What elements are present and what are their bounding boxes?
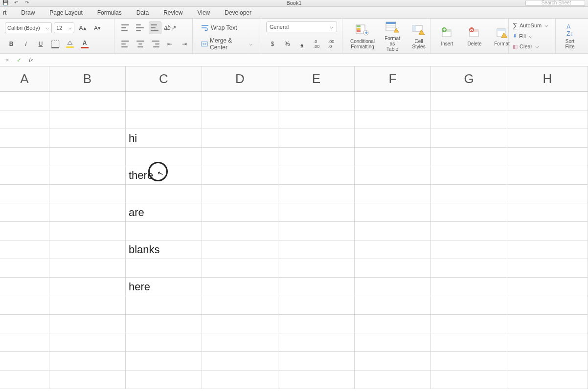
cell-A4[interactable] <box>0 148 49 166</box>
cell-C3[interactable]: hi <box>126 129 202 147</box>
comma-icon[interactable]: ❟ <box>295 38 308 50</box>
cell-F7[interactable] <box>355 203 431 221</box>
cell-A10[interactable] <box>0 259 49 277</box>
cell-D16[interactable] <box>202 370 278 389</box>
cell-C8[interactable] <box>126 222 202 240</box>
cell-E3[interactable] <box>278 129 355 147</box>
cell-F11[interactable] <box>355 278 431 296</box>
cell-B14[interactable] <box>49 333 126 351</box>
cell-B16[interactable] <box>49 370 126 389</box>
cell-D12[interactable] <box>202 296 278 314</box>
cell-D15[interactable] <box>202 352 278 370</box>
cell-B4[interactable] <box>49 148 126 166</box>
cell-A9[interactable] <box>0 240 49 259</box>
cell-D6[interactable] <box>202 185 278 203</box>
cell-B12[interactable] <box>49 296 126 314</box>
cell-E9[interactable] <box>278 240 355 259</box>
fill-color-button[interactable] <box>64 38 76 50</box>
number-format-select[interactable]: General <box>266 22 337 32</box>
border-button[interactable] <box>49 38 62 50</box>
tab-formulas[interactable]: Formulas <box>92 7 127 19</box>
cell-F2[interactable] <box>355 110 431 129</box>
fx-icon[interactable]: fx <box>27 57 34 64</box>
search-sheet-input[interactable]: Search Sheet <box>525 0 585 6</box>
cell-B6[interactable] <box>49 185 126 203</box>
autosum-button[interactable]: ∑AutoSum <box>513 21 551 30</box>
cell-A5[interactable] <box>0 166 49 184</box>
cell-B13[interactable] <box>49 315 126 333</box>
cell-E2[interactable] <box>278 110 355 129</box>
cell-E16[interactable] <box>278 370 355 389</box>
cell-A1[interactable] <box>0 92 49 110</box>
cell-C11[interactable]: here <box>126 278 202 296</box>
cell-D9[interactable] <box>202 240 278 259</box>
cell-A16[interactable] <box>0 370 49 389</box>
cell-A8[interactable] <box>0 222 49 240</box>
cell-C10[interactable] <box>126 259 202 277</box>
cell-D4[interactable] <box>202 148 278 166</box>
cell-F16[interactable] <box>355 370 431 389</box>
italic-button[interactable]: I <box>20 38 32 50</box>
cell-G8[interactable] <box>431 222 507 240</box>
insert-button[interactable]: Insert <box>435 24 459 47</box>
col-header-D[interactable]: D <box>202 66 278 91</box>
enter-icon[interactable]: ✓ <box>16 57 23 64</box>
cell-G13[interactable] <box>431 315 507 333</box>
cell-E10[interactable] <box>278 259 355 277</box>
cell-H4[interactable] <box>507 148 588 166</box>
cell-B7[interactable] <box>49 203 126 221</box>
cell-F6[interactable] <box>355 185 431 203</box>
cell-B10[interactable] <box>49 259 126 277</box>
cell-C12[interactable] <box>126 296 202 314</box>
cell-D3[interactable] <box>202 129 278 147</box>
cell-E1[interactable] <box>278 92 355 110</box>
tab-view[interactable]: View <box>192 7 215 19</box>
cell-D11[interactable] <box>202 278 278 296</box>
cell-G4[interactable] <box>431 148 507 166</box>
col-header-A[interactable]: A <box>0 66 49 91</box>
cell-E8[interactable] <box>278 222 355 240</box>
cell-D14[interactable] <box>202 333 278 351</box>
decrease-decimal-icon[interactable]: .00.0 <box>325 38 338 50</box>
cell-F15[interactable] <box>355 352 431 370</box>
tab-cut-left[interactable]: rt <box>3 7 11 19</box>
cell-C2[interactable] <box>126 110 202 129</box>
cell-F3[interactable] <box>355 129 431 147</box>
tab-draw[interactable]: Draw <box>16 7 40 19</box>
cell-H11[interactable] <box>507 278 588 296</box>
cell-G1[interactable] <box>431 92 507 110</box>
cell-A3[interactable] <box>0 129 49 147</box>
cell-B8[interactable] <box>49 222 126 240</box>
cell-C13[interactable] <box>126 315 202 333</box>
cell-E4[interactable] <box>278 148 355 166</box>
align-left-icon[interactable] <box>119 38 132 50</box>
cell-G2[interactable] <box>431 110 507 129</box>
cell-H12[interactable] <box>507 296 588 314</box>
cell-H3[interactable] <box>507 129 588 147</box>
decrease-indent-icon[interactable]: ⇤ <box>163 38 176 50</box>
cell-F13[interactable] <box>355 315 431 333</box>
cell-E6[interactable] <box>278 185 355 203</box>
cell-G9[interactable] <box>431 240 507 259</box>
cell-G6[interactable] <box>431 185 507 203</box>
cell-A12[interactable] <box>0 296 49 314</box>
fill-button[interactable]: ⬇Fill <box>513 31 551 41</box>
align-center-icon[interactable] <box>134 38 147 50</box>
font-size-select[interactable]: 12 <box>54 22 74 33</box>
cell-C9[interactable]: blanks <box>126 240 202 259</box>
cell-G7[interactable] <box>431 203 507 221</box>
sort-filter-button[interactable]: AZ↓ Sort Filte <box>561 22 579 50</box>
cell-A6[interactable] <box>0 185 49 203</box>
column-headers[interactable]: A B C D E F G H <box>0 66 588 92</box>
col-header-E[interactable]: E <box>278 66 355 91</box>
cell-F1[interactable] <box>355 92 431 110</box>
cell-G11[interactable] <box>431 278 507 296</box>
cell-H2[interactable] <box>507 110 588 129</box>
percent-icon[interactable]: % <box>281 38 294 50</box>
cell-G5[interactable] <box>431 166 507 184</box>
cell-H13[interactable] <box>507 315 588 333</box>
save-qat-icon[interactable]: 💾 <box>2 0 9 6</box>
cell-C5[interactable]: there <box>126 166 202 184</box>
cell-D13[interactable] <box>202 315 278 333</box>
cell-D2[interactable] <box>202 110 278 129</box>
